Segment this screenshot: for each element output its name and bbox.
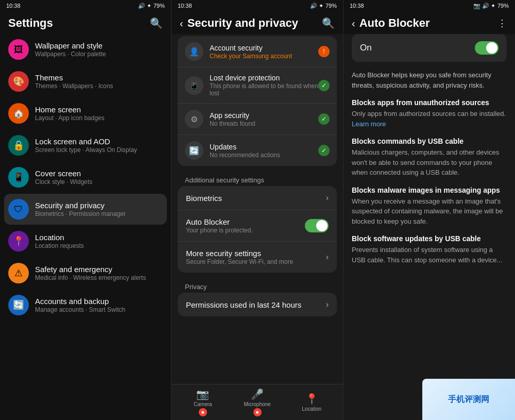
item-title-security: Security and privacy	[35, 201, 163, 210]
settings-item-home[interactable]: 🏠 Home screen Layout · App icon badges	[4, 98, 167, 129]
settings-item-cover[interactable]: 📱 Cover screen Clock style · Widgets	[4, 162, 167, 193]
feature-desc-software-updates-usb: Prevents installation of system software…	[352, 245, 507, 265]
nav-icon-microphone: 🎤	[251, 388, 264, 400]
item-text-security: Security and privacy Biometrics · Permis…	[35, 201, 163, 217]
on-label: On	[360, 43, 372, 53]
card-text-app-security: App security No threats found	[210, 111, 318, 127]
card-title-app-security: App security	[210, 111, 318, 120]
nav-item-microphone[interactable]: 🎤 Microphone ■	[230, 388, 285, 416]
nav-badge-camera: ■	[199, 408, 207, 416]
settings-item-wallpaper[interactable]: 🖼 Wallpaper and style Wallpapers · Color…	[4, 34, 167, 65]
additional-text-auto-blocker: Auto Blocker Your phone is protected.	[186, 217, 253, 234]
arrow-biometrics: ›	[326, 193, 329, 203]
card-subtitle-account-security: Check your Samsung account	[210, 53, 318, 60]
security-card-item-app-security[interactable]: ⚙ App security No threats found ✓	[178, 104, 337, 135]
card-subtitle-app-security: No threats found	[210, 120, 318, 127]
item-text-cover: Cover screen Clock style · Widgets	[35, 169, 163, 186]
nav-badge-microphone: ■	[253, 408, 262, 416]
security-card-item-updates[interactable]: 🔄 Updates No recommended actions ✓	[178, 135, 337, 166]
feature-title-software-updates-usb: Block software updates by USB cable	[352, 234, 507, 243]
security-card-item-account-security[interactable]: 👤 Account security Check your Samsung ac…	[178, 36, 337, 68]
item-title-cover: Cover screen	[35, 169, 163, 178]
feature-software-updates-usb: Block software updates by USB cable Prev…	[352, 234, 507, 265]
additional-title-more-security: More security settings	[186, 249, 293, 258]
item-icon-security: 🛡	[8, 199, 29, 220]
time-1: 10:38	[6, 3, 21, 9]
auto-title: Auto Blocker	[359, 16, 430, 30]
card-icon-account-security: 👤	[185, 42, 203, 61]
settings-item-safety[interactable]: ⚠ Safety and emergency Medical info · Wi…	[4, 258, 167, 289]
item-title-accounts: Accounts and backup	[35, 297, 163, 306]
nav-label-location: Location	[302, 406, 321, 412]
settings-item-themes[interactable]: 🎨 Themes Themes · Wallpapers · Icons	[4, 66, 167, 97]
item-subtitle-location: Location requests	[35, 242, 163, 249]
item-title-lock: Lock screen and AOD	[35, 137, 163, 146]
signal-icons-2: 🔊 ✦	[310, 3, 323, 9]
card-icon-updates: 🔄	[185, 141, 203, 160]
card-text-lost-device: Lost device protection This phone is all…	[210, 74, 318, 97]
statusbar-2: 10:38 🔊 ✦ 79%	[171, 0, 343, 11]
time-2: 10:38	[178, 3, 192, 9]
watermark: 手机评测网	[422, 379, 515, 420]
nav-label-microphone: Microphone	[244, 401, 270, 407]
nav-label-camera: Camera	[194, 401, 212, 407]
settings-panel: 10:38 🔊 ✦ 79% Settings 🔍 🖼 Wallpaper and…	[0, 0, 171, 420]
privacy-label: Privacy	[171, 279, 343, 293]
item-icon-cover: 📱	[8, 167, 29, 188]
settings-title: Settings	[8, 16, 53, 30]
battery-1: 79%	[153, 3, 165, 9]
auto-blocker-toggle[interactable]	[475, 41, 499, 55]
auto-description: Auto Blocker helps keep you safe from se…	[352, 70, 507, 90]
additional-subtitle-more-security: Secure Folder, Secure Wi-Fi, and more	[186, 258, 293, 265]
security-card-item-lost-device[interactable]: 📱 Lost device protection This phone is a…	[178, 68, 337, 104]
feature-desc-unauthorized-sources: Only apps from authorized sources can be…	[352, 109, 507, 129]
card-title-lost-device: Lost device protection	[210, 74, 318, 82]
card-title-updates: Updates	[210, 143, 318, 151]
features-list: Blocks apps from unauthorized sources On…	[352, 98, 507, 265]
additional-item-more-security[interactable]: More security settings Secure Folder, Se…	[178, 242, 337, 273]
settings-item-accounts[interactable]: 🔄 Accounts and backup Manage accounts · …	[4, 290, 167, 321]
search-icon-2[interactable]: 🔍	[322, 17, 335, 29]
back-icon-3[interactable]: ‹	[352, 18, 355, 29]
settings-item-lock[interactable]: 🔒 Lock screen and AOD Screen lock type ·…	[4, 130, 167, 161]
item-text-accounts: Accounts and backup Manage accounts · Sm…	[35, 297, 163, 313]
item-subtitle-lock: Screen lock type · Always On Display	[35, 146, 163, 154]
item-text-safety: Safety and emergency Medical info · Wire…	[35, 265, 163, 281]
settings-item-security[interactable]: 🛡 Security and privacy Biometrics · Perm…	[4, 194, 167, 225]
signal-icons-1: 🔊 ✦	[138, 3, 151, 9]
item-subtitle-themes: Themes · Wallpapers · Icons	[35, 82, 163, 90]
feature-desc-usb-commands: Malicious chargers, computers, and other…	[352, 147, 507, 178]
additional-item-auto-blocker[interactable]: Auto Blocker Your phone is protected.	[178, 210, 337, 242]
additional-item-biometrics[interactable]: Biometrics ›	[178, 186, 337, 210]
settings-item-location[interactable]: 📍 Location Location requests	[4, 226, 167, 257]
item-icon-lock: 🔒	[8, 135, 29, 156]
card-subtitle-updates: No recommended actions	[210, 152, 318, 159]
feature-title-usb-commands: Blocks commands by USB cable	[352, 137, 507, 145]
security-title: Security and privacy	[187, 16, 298, 30]
permissions-item[interactable]: Permissions used in last 24 hours ›	[178, 293, 337, 316]
feature-unauthorized-sources: Blocks apps from unauthorized sources On…	[352, 98, 507, 129]
back-icon-2[interactable]: ‹	[180, 18, 183, 29]
security-header: ‹ Security and privacy 🔍	[171, 11, 343, 34]
toggle-auto-blocker[interactable]	[305, 219, 329, 232]
auto-blocker-panel: 10:38 📷 🔊 ✦ 79% ‹ Auto Blocker ⋮ On Auto…	[344, 0, 515, 420]
feature-title-unauthorized-sources: Blocks apps from unauthorized sources	[352, 98, 507, 107]
nav-item-camera[interactable]: 📷 Camera ■	[176, 388, 230, 416]
nav-item-location[interactable]: 📍 Location	[284, 393, 339, 412]
learn-more-link[interactable]: Learn more	[352, 120, 386, 128]
item-icon-safety: ⚠	[8, 263, 29, 283]
settings-list: 🖼 Wallpaper and style Wallpapers · Color…	[0, 34, 171, 420]
search-icon-1[interactable]: 🔍	[150, 17, 163, 29]
statusbar-1: 10:38 🔊 ✦ 79%	[0, 0, 171, 11]
feature-desc-malware-images: When you receive a message with an image…	[352, 196, 507, 227]
more-icon[interactable]: ⋮	[497, 18, 507, 29]
item-subtitle-security: Biometrics · Permission manager	[35, 210, 163, 217]
additional-subtitle-auto-blocker: Your phone is protected.	[186, 227, 253, 234]
item-icon-location: 📍	[8, 231, 29, 251]
item-subtitle-cover: Clock style · Widgets	[35, 178, 163, 186]
nav-icon-camera: 📷	[196, 388, 209, 400]
item-text-lock: Lock screen and AOD Screen lock type · A…	[35, 137, 163, 154]
item-title-wallpaper: Wallpaper and style	[35, 41, 163, 50]
feature-malware-images: Blocks malware images in messaging apps …	[352, 186, 507, 227]
card-icon-lost-device: 📱	[185, 76, 203, 95]
